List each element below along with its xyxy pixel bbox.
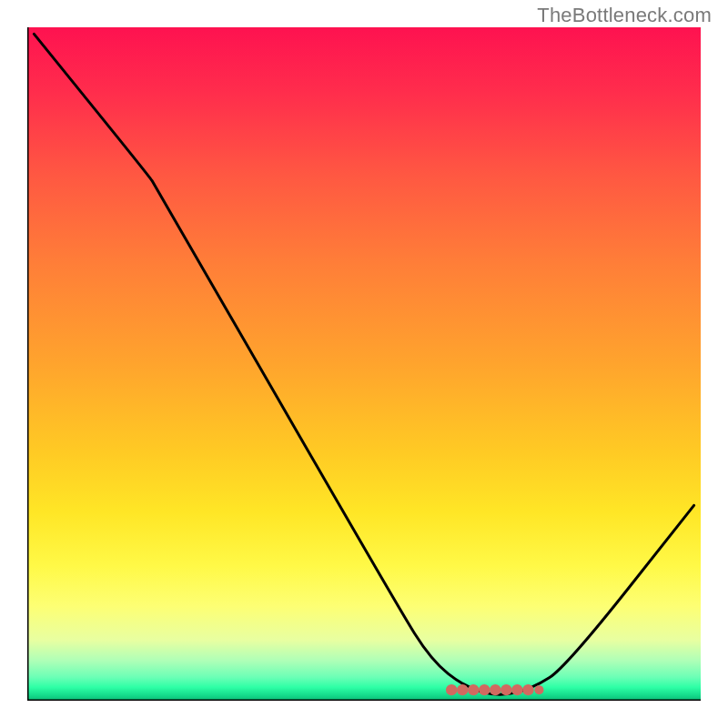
optimal-marker [534,685,543,694]
plot-area [27,27,701,701]
chart-svg [27,27,701,701]
optimal-marker [511,684,522,695]
optimal-marker [457,684,468,695]
optimal-marker-cluster [446,684,543,695]
optimal-marker [468,684,479,695]
optimal-marker [522,684,533,695]
bottleneck-curve [34,34,693,694]
optimal-marker [446,684,457,695]
optimal-marker [490,684,500,695]
chart-container: TheBottleneck.com [0,0,728,728]
optimal-marker [479,684,490,695]
attribution-text: TheBottleneck.com [537,4,712,27]
optimal-marker [500,684,511,695]
